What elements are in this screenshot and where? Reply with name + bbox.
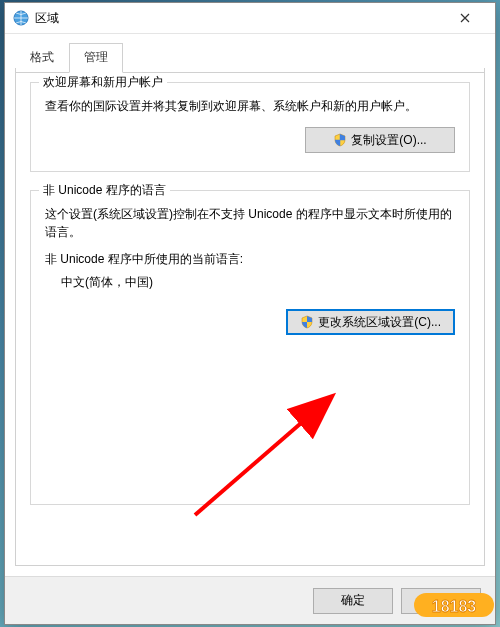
content-area: 格式 管理 欢迎屏幕和新用户帐户 查看你的国际设置并将其复制到欢迎屏幕、系统帐户…: [5, 34, 495, 576]
shield-icon: [300, 315, 314, 329]
ok-button[interactable]: 确定: [313, 588, 393, 614]
globe-icon: [13, 10, 29, 26]
copy-settings-label: 复制设置(O)...: [351, 132, 426, 149]
close-icon: [460, 10, 470, 26]
region-dialog: 区域 格式 管理 欢迎屏幕和新用户帐户 查看你的国际设置并将其复制到欢迎屏幕、系…: [4, 2, 496, 625]
dialog-footer: 确定 取消: [5, 576, 495, 624]
shield-icon: [333, 133, 347, 147]
group-nonunicode-legend: 非 Unicode 程序的语言: [39, 182, 170, 199]
group-welcome: 欢迎屏幕和新用户帐户 查看你的国际设置并将其复制到欢迎屏幕、系统帐户和新的用户帐…: [30, 82, 470, 172]
copy-settings-button[interactable]: 复制设置(O)...: [305, 127, 455, 153]
close-button[interactable]: [442, 3, 487, 33]
group-welcome-desc: 查看你的国际设置并将其复制到欢迎屏幕、系统帐户和新的用户帐户。: [45, 97, 455, 115]
group-nonunicode-desc: 这个设置(系统区域设置)控制在不支持 Unicode 的程序中显示文本时所使用的…: [45, 205, 455, 241]
change-locale-button[interactable]: 更改系统区域设置(C)...: [286, 309, 455, 335]
group-nonunicode: 非 Unicode 程序的语言 这个设置(系统区域设置)控制在不支持 Unico…: [30, 190, 470, 505]
tab-panel-admin: 欢迎屏幕和新用户帐户 查看你的国际设置并将其复制到欢迎屏幕、系统帐户和新的用户帐…: [15, 68, 485, 566]
current-language-value: 中文(简体，中国): [45, 274, 455, 291]
group-welcome-legend: 欢迎屏幕和新用户帐户: [39, 74, 167, 91]
current-language-label: 非 Unicode 程序中所使用的当前语言:: [45, 251, 455, 268]
change-locale-label: 更改系统区域设置(C)...: [318, 314, 441, 331]
titlebar: 区域: [5, 3, 495, 33]
cancel-button[interactable]: 取消: [401, 588, 481, 614]
window-title: 区域: [35, 10, 442, 27]
